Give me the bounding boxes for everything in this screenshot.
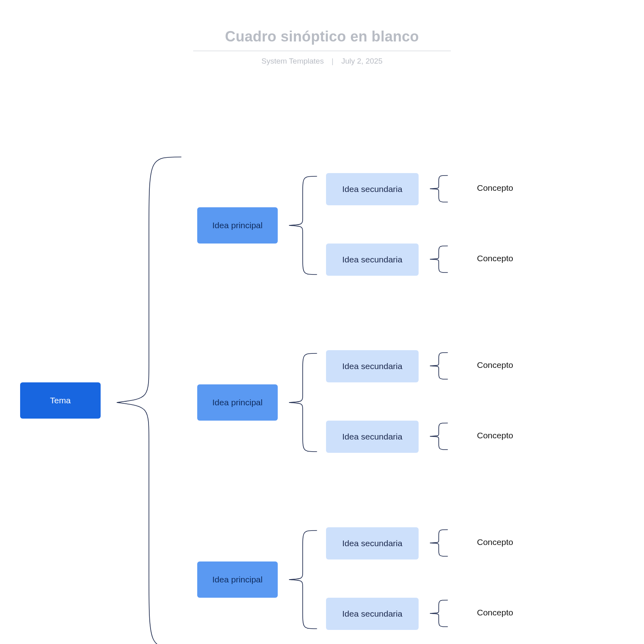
concepto-node[interactable]: Concepto: [477, 608, 513, 617]
template-date: July 2, 2025: [341, 57, 382, 65]
separator-pipe: |: [332, 57, 334, 66]
diagram-title: Cuadro sinóptico en blanco: [0, 28, 644, 45]
template-source: System Templates: [262, 57, 324, 65]
concepto-node[interactable]: Concepto: [477, 183, 513, 193]
idea-secundaria-node[interactable]: Idea secundaria: [326, 173, 419, 205]
idea-secundaria-node[interactable]: Idea secundaria: [326, 598, 419, 630]
idea-secundaria-node[interactable]: Idea secundaria: [326, 527, 419, 559]
concepto-node[interactable]: Concepto: [477, 537, 513, 547]
diagram-header: Cuadro sinóptico en blanco System Templa…: [0, 28, 644, 66]
tema-node[interactable]: Tema: [20, 382, 101, 419]
idea-secundaria-node[interactable]: Idea secundaria: [326, 244, 419, 276]
brace-icon: [287, 527, 319, 632]
brace-icon: [113, 153, 185, 644]
brace-icon: [287, 350, 319, 455]
brace-icon: [287, 173, 319, 278]
title-rule: [193, 51, 451, 51]
concepto-node[interactable]: Concepto: [477, 360, 513, 370]
idea-secundaria-node[interactable]: Idea secundaria: [326, 350, 419, 382]
idea-secundaria-node[interactable]: Idea secundaria: [326, 421, 419, 453]
brace-icon: [427, 421, 450, 452]
brace-icon: [427, 350, 450, 382]
idea-principal-node[interactable]: Idea principal: [197, 384, 278, 421]
brace-icon: [427, 173, 450, 204]
idea-principal-node[interactable]: Idea principal: [197, 561, 278, 598]
brace-icon: [427, 598, 450, 629]
concepto-node[interactable]: Concepto: [477, 431, 513, 440]
brace-icon: [427, 244, 450, 275]
concepto-node[interactable]: Concepto: [477, 254, 513, 263]
brace-icon: [427, 527, 450, 559]
idea-principal-node[interactable]: Idea principal: [197, 207, 278, 244]
